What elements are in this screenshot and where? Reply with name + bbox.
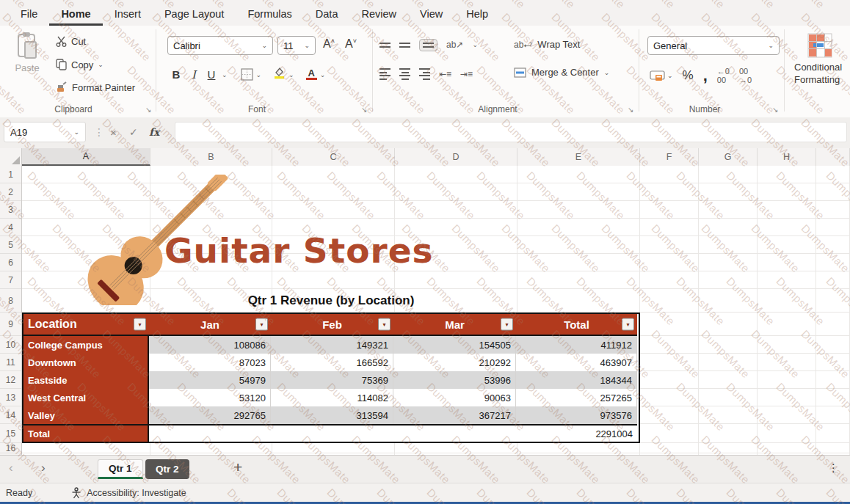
row-number-8[interactable]: 8 [0,289,21,313]
borders-chevron[interactable]: ⌄ [256,71,262,78]
table-cell[interactable]: 75369 [271,371,393,389]
merge-center-button[interactable]: Merge & Center ⌄ [514,67,609,78]
borders-icon[interactable] [241,68,253,81]
table-cell[interactable]: 367217 [393,406,516,424]
align-right-button[interactable] [419,68,430,80]
table-header-Mar[interactable]: Mar▾ [393,314,516,336]
align-bottom-button-selected[interactable] [419,39,437,51]
column-header-H[interactable]: H [758,148,816,166]
comma-style-button[interactable]: , [703,72,708,79]
column-header-G[interactable]: G [699,148,758,166]
table-header-Total[interactable]: Total▾ [516,314,637,336]
table-cell[interactable]: 313594 [271,406,393,424]
row-number-5[interactable]: 5 [0,236,21,254]
row-number-12[interactable]: 12 [0,371,21,389]
font-name-combo[interactable]: Calibri ⌄ [167,36,273,55]
sheet-tab-qtr1[interactable]: Qtr 1 [98,459,143,479]
increase-decimal-button[interactable]: ←000 [717,67,730,84]
filter-dropdown-Jan[interactable]: ▾ [255,318,268,331]
table-cell[interactable]: 184344 [516,371,637,389]
row-number-13[interactable]: 13 [0,389,21,406]
table-cell[interactable]: 108086 [149,336,271,354]
underline-button[interactable]: U [204,68,219,81]
accessibility-status[interactable]: Accessibility: Investigate [87,488,186,498]
sheet-area[interactable]: 12345678910111213141516 Guitar Store [0,166,850,455]
copy-dropdown-chevron[interactable]: ⌄ [98,61,103,68]
column-header-C[interactable]: C [272,148,395,166]
decrease-indent-button[interactable]: ⇤≡ [439,69,451,79]
percent-style-button[interactable]: % [683,68,694,83]
row-number-10[interactable]: 10 [0,336,21,354]
number-format-combo[interactable]: General ⌄ [647,36,780,55]
table-cell[interactable]: 54979 [149,371,271,389]
bold-button[interactable]: B [169,68,184,81]
column-header-A[interactable]: A [22,148,150,166]
table-cell[interactable]: 463907 [516,354,637,371]
ribbon-tab-home[interactable]: Home [49,3,102,26]
row-number-3[interactable]: 3 [0,201,21,219]
column-header-E[interactable]: E [517,148,640,166]
filter-dropdown-Total[interactable]: ▾ [622,318,634,331]
align-center-button[interactable] [399,68,410,80]
row-number-4[interactable]: 4 [0,219,21,236]
font-color-chevron[interactable]: ⌄ [320,71,326,78]
table-cell[interactable]: 210292 [393,354,516,371]
table-header-Feb[interactable]: Feb▾ [271,314,393,336]
row-number-14[interactable]: 14 [0,406,21,424]
italic-button[interactable]: I [186,68,201,81]
table-location-Eastside[interactable]: Eastside [23,371,149,389]
row-number-1[interactable]: 1 [0,166,21,183]
align-left-button[interactable] [379,68,391,80]
ribbon-tab-page-layout[interactable]: Page Layout [153,3,236,26]
table-total-cell[interactable] [393,424,516,442]
row-number-11[interactable]: 11 [0,354,21,371]
increase-font-size-button[interactable]: A˄ [323,37,335,51]
insert-function-button[interactable]: fx [149,122,159,142]
ribbon-tab-review[interactable]: Review [349,3,408,26]
table-location-Downtown[interactable]: Downtown [23,354,149,371]
add-sheet-button[interactable]: + [233,459,242,476]
format-painter-button[interactable]: Format Painter [56,81,135,93]
table-total-cell[interactable]: 2291004 [516,424,637,442]
table-location-West Central[interactable]: West Central [23,389,149,406]
prev-sheet-arrow[interactable]: ‹ [9,461,13,475]
enter-button[interactable]: ✓ [129,122,138,142]
ribbon-tab-insert[interactable]: Insert [103,3,153,26]
select-all-corner[interactable] [0,148,22,166]
table-header-Location[interactable]: Location▾ [23,314,149,336]
alignment-dialog-launcher[interactable]: ↘ [628,106,633,114]
decrease-decimal-button[interactable]: 00→0 [739,67,752,84]
clipboard-dialog-launcher[interactable]: ↘ [145,106,151,114]
table-total-cell[interactable] [271,424,393,442]
table-cell[interactable]: 154505 [393,336,516,354]
filter-dropdown-Feb[interactable]: ▾ [378,318,391,331]
row-number-15[interactable]: 15 [0,424,21,443]
table-cell[interactable]: 90063 [393,389,516,406]
font-dialog-launcher[interactable]: ↘ [361,106,367,114]
conditional-formatting-button[interactable]: Conditional Formatting [794,33,850,86]
underline-chevron[interactable]: ⌄ [222,71,228,78]
column-header-partial[interactable] [816,148,850,166]
table-cell[interactable]: 411912 [516,336,637,354]
table-cell[interactable]: 87023 [149,354,271,371]
ribbon-tab-formulas[interactable]: Formulas [236,3,303,26]
fill-color-button[interactable] [273,67,286,82]
table-cell[interactable]: 149321 [271,336,393,354]
increase-indent-button[interactable]: ⇥≡ [460,69,473,79]
formula-input[interactable] [175,122,847,142]
accounting-format-button[interactable]: ⌄ [650,70,673,81]
formula-bar-handle[interactable]: ⋮ [94,122,104,142]
table-cell[interactable]: 292765 [149,406,271,424]
next-sheet-arrow[interactable]: › [41,461,46,475]
column-header-F[interactable]: F [640,148,699,166]
table-cell[interactable]: 53996 [393,371,516,389]
cancel-button[interactable]: × [110,122,117,142]
decrease-font-size-button[interactable]: A˅ [345,37,357,51]
number-dialog-launcher[interactable]: ↘ [772,106,778,114]
orientation-button[interactable]: ab↗ [446,40,463,50]
ribbon-tab-file[interactable]: File [9,3,49,26]
font-color-button[interactable]: A [306,69,317,80]
table-cell[interactable]: 53120 [149,389,271,406]
table-cell[interactable]: 114082 [271,389,393,406]
row-number-9[interactable]: 9 [0,313,21,336]
